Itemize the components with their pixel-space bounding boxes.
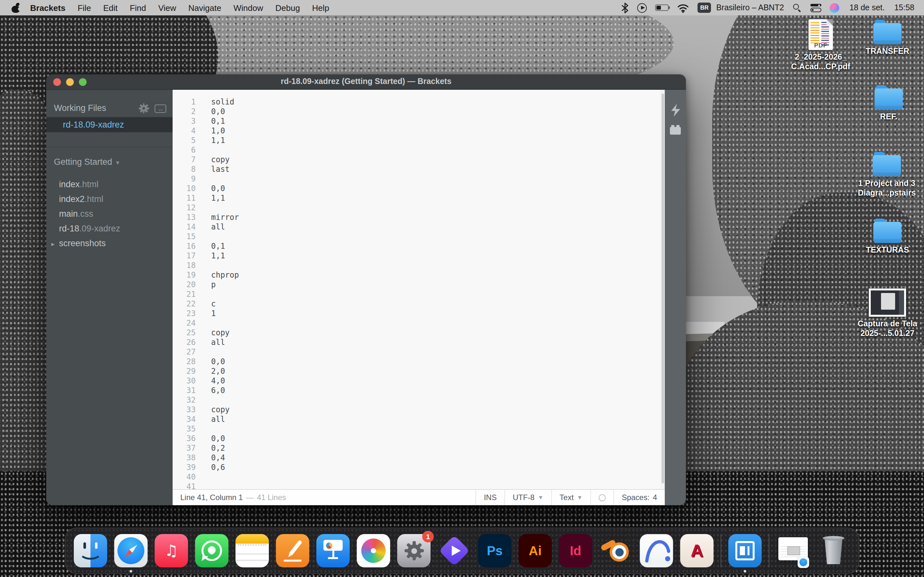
code-line[interactable]: 26all bbox=[173, 338, 660, 348]
minimized-safari-window[interactable] bbox=[776, 534, 810, 567]
live-preview-icon[interactable] bbox=[670, 104, 681, 117]
code-line[interactable]: 390,6 bbox=[173, 463, 660, 472]
code-line[interactable]: 111,1 bbox=[173, 193, 660, 203]
keynote-dock-icon[interactable] bbox=[317, 534, 350, 567]
sidebar-item-screenshots[interactable]: ▸screenshots bbox=[46, 236, 173, 251]
code-line[interactable]: 24 bbox=[173, 319, 660, 328]
code-line[interactable]: 292,0 bbox=[173, 367, 660, 376]
battery-icon[interactable] bbox=[655, 5, 669, 11]
code-line[interactable]: 21 bbox=[173, 290, 660, 300]
menu-file[interactable]: File bbox=[78, 3, 91, 13]
code-line[interactable]: 8last bbox=[173, 165, 660, 174]
photoshop-dock-icon[interactable]: Ps bbox=[478, 534, 511, 567]
blender-dock-icon[interactable] bbox=[599, 534, 633, 567]
code-line[interactable]: 30,1 bbox=[173, 117, 660, 126]
sidebar-item-index-html[interactable]: index.html bbox=[46, 177, 173, 192]
minimize-button[interactable] bbox=[66, 78, 74, 85]
input-source-label[interactable]: Brasileiro – ABNT2 bbox=[716, 3, 784, 12]
code-line[interactable]: 20,0 bbox=[173, 107, 660, 117]
menu-view[interactable]: View bbox=[158, 3, 176, 13]
desktop-icon-transfer[interactable]: TRANSFER bbox=[852, 23, 923, 56]
code-line[interactable]: 35 bbox=[173, 424, 660, 434]
indesign-dock-icon[interactable]: Id bbox=[559, 534, 592, 567]
menu-navigate[interactable]: Navigate bbox=[188, 3, 221, 13]
notes-dock-icon[interactable] bbox=[236, 534, 269, 567]
code-line[interactable]: 360,0 bbox=[173, 434, 660, 444]
code-line[interactable]: 41,0 bbox=[173, 126, 660, 136]
code-line[interactable]: 14all bbox=[173, 222, 660, 232]
code-line[interactable]: 51,1 bbox=[173, 136, 660, 145]
code-line[interactable]: 100,0 bbox=[173, 184, 660, 193]
code-line[interactable]: 34all bbox=[173, 415, 660, 424]
input-source-badge[interactable]: BR bbox=[698, 3, 711, 13]
curve-app-dock-icon[interactable] bbox=[640, 534, 673, 567]
menu-bar-date[interactable]: 18 de set. bbox=[850, 3, 885, 12]
code-line[interactable]: 25copy bbox=[173, 328, 660, 338]
illustrator-dock-icon[interactable]: Ai bbox=[519, 534, 552, 567]
tree-collapsed-icon[interactable]: ▸ bbox=[51, 237, 59, 251]
code-line[interactable]: 9 bbox=[173, 174, 660, 184]
code-line[interactable]: 7copy bbox=[173, 155, 660, 165]
code-line[interactable]: 304,0 bbox=[173, 376, 660, 386]
code-line[interactable]: 6 bbox=[173, 145, 660, 155]
code-line[interactable]: 231 bbox=[173, 309, 660, 319]
indent-setting[interactable]: Spaces:4 bbox=[614, 490, 665, 505]
apple-menu-icon[interactable] bbox=[11, 2, 20, 13]
code-lines[interactable]: 1solid20,030,141,051,167copy8last9100,01… bbox=[173, 90, 660, 489]
music-dock-icon[interactable]: ♫ bbox=[155, 534, 188, 567]
media-player-dock-icon[interactable] bbox=[438, 534, 471, 567]
app-menu-title[interactable]: Brackets bbox=[30, 3, 65, 13]
working-file-active[interactable]: rd-18.09-xadrez bbox=[46, 117, 173, 133]
now-playing-icon[interactable] bbox=[637, 3, 647, 13]
language-select[interactable]: Text▼ bbox=[551, 490, 590, 505]
desktop-icon-ref[interactable]: REF. bbox=[853, 89, 924, 122]
trash-dock-icon[interactable] bbox=[817, 534, 850, 567]
window-titlebar[interactable]: rd-18.09-xadrez (Getting Started) — Brac… bbox=[46, 74, 686, 90]
code-line[interactable]: 15 bbox=[173, 232, 660, 242]
lint-status[interactable] bbox=[590, 490, 614, 505]
code-line[interactable]: 22c bbox=[173, 300, 660, 309]
sidebar-item-index2-html[interactable]: index2.html bbox=[46, 192, 173, 206]
autocad-dock-icon[interactable]: A bbox=[680, 534, 714, 567]
code-line[interactable]: 380,4 bbox=[173, 453, 660, 463]
code-line[interactable]: 171,1 bbox=[173, 251, 660, 261]
sidebar-item-rd-18[interactable]: rd-18.09-xadrez bbox=[46, 221, 173, 236]
desktop-icon-pdf[interactable]: PDF 2_2025-2026_ C.Acad...CP.pdf bbox=[785, 19, 856, 72]
encoding-select[interactable]: UTF-8▼ bbox=[504, 490, 551, 505]
extension-manager-icon[interactable] bbox=[670, 127, 681, 135]
code-line[interactable]: 27 bbox=[173, 348, 660, 357]
code-editor[interactable]: 1solid20,030,141,051,167copy8last9100,01… bbox=[173, 90, 665, 489]
split-view-icon[interactable]: ↔ bbox=[155, 105, 166, 113]
close-button[interactable] bbox=[53, 78, 61, 85]
menu-debug[interactable]: Debug bbox=[275, 3, 300, 13]
finder-dock-icon[interactable] bbox=[74, 534, 107, 567]
overwrite-indicator[interactable]: INS bbox=[475, 490, 504, 505]
code-line[interactable]: 40 bbox=[173, 472, 660, 482]
code-line[interactable]: 12 bbox=[173, 203, 660, 213]
code-line[interactable]: 18 bbox=[173, 261, 660, 271]
photos-dock-icon[interactable] bbox=[357, 534, 390, 567]
code-line[interactable]: 160,1 bbox=[173, 242, 660, 251]
brackets-dock-icon[interactable] bbox=[728, 534, 762, 567]
sidebar-item-main-css[interactable]: main.css bbox=[46, 206, 173, 221]
bluetooth-icon[interactable] bbox=[621, 2, 629, 13]
menu-edit[interactable]: Edit bbox=[103, 3, 118, 13]
code-line[interactable]: 32 bbox=[173, 396, 660, 405]
menu-bar-time[interactable]: 15:58 bbox=[894, 3, 914, 12]
gear-icon[interactable] bbox=[139, 104, 148, 113]
code-line[interactable]: 370,2 bbox=[173, 444, 660, 453]
control-center-icon[interactable] bbox=[811, 3, 821, 12]
code-line[interactable]: 13mirror bbox=[173, 213, 660, 222]
wifi-icon[interactable] bbox=[677, 3, 689, 13]
zoom-button[interactable] bbox=[79, 78, 87, 85]
scrollbar-thumb[interactable] bbox=[661, 93, 664, 484]
siri-icon[interactable] bbox=[830, 3, 839, 13]
menu-find[interactable]: Find bbox=[130, 3, 146, 13]
whatsapp-dock-icon[interactable] bbox=[195, 534, 228, 567]
safari-dock-icon[interactable] bbox=[114, 534, 148, 567]
spotlight-icon[interactable] bbox=[792, 3, 802, 13]
code-line[interactable]: 280,0 bbox=[173, 357, 660, 367]
system-settings-dock-icon[interactable]: 1 bbox=[397, 534, 431, 567]
code-line[interactable]: 41 bbox=[173, 482, 660, 489]
desktop-icon-project[interactable]: 1 Project and 3 Diagra...pstairs bbox=[851, 155, 922, 198]
